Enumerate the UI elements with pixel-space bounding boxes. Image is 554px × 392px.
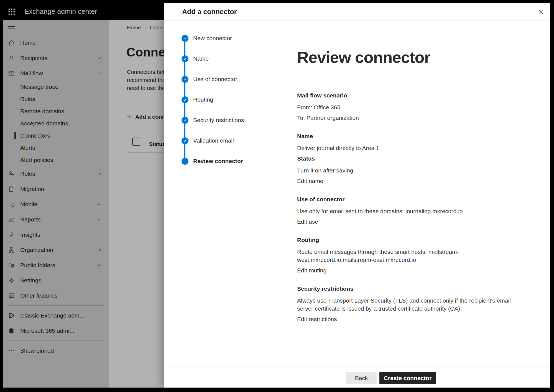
review-section: NameDeliver journal directly to Area 1St… (297, 132, 517, 185)
section-heading: Security restrictions (297, 285, 517, 293)
review-section: Use of connectorUse only for email sent … (297, 195, 517, 226)
review-content: Review connector Mail flow scenarioFrom:… (278, 21, 550, 366)
section-text: Always use Transport Layer Security (TLS… (297, 296, 517, 313)
wizard-step-label: New connector (193, 35, 232, 42)
dialog-footer: Back Create connector (164, 366, 550, 388)
completed-check-icon (182, 55, 188, 62)
wizard-step-review-connector[interactable]: Review connector (164, 151, 278, 171)
review-section: Mail flow scenarioFrom: Office 365To: Pa… (297, 91, 517, 122)
wizard-step-use-of-connector[interactable]: Use of connector (164, 69, 278, 89)
section-heading: Routing (297, 236, 517, 244)
section-heading: Mail flow scenario (297, 91, 517, 100)
review-heading: Review connector (297, 48, 517, 67)
wizard-step-label: Use of connector (193, 76, 237, 82)
dialog-title: Add a connector (182, 8, 237, 16)
wizard-step-validation-email[interactable]: Validation email (164, 130, 278, 151)
wizard-step-label: Security restrictions (193, 117, 244, 123)
wizard-step-new-connector[interactable]: New connector (164, 28, 278, 48)
current-step-dot-icon (182, 158, 188, 165)
wizard-step-label: Name (193, 55, 209, 62)
wizard-step-label: Validation email (193, 137, 234, 144)
review-section: RoutingRoute email messages through thes… (297, 236, 517, 274)
wizard-step-label: Review connector (193, 158, 243, 164)
add-connector-dialog: Add a connector New connectorNameUse of … (164, 3, 550, 388)
section-heading: Use of connector (297, 195, 517, 203)
section-text: Use only for email sent to these domains… (297, 207, 517, 215)
section-text: Turn it on after saving (297, 166, 517, 174)
section-heading: Status (297, 154, 517, 163)
completed-check-icon (182, 96, 188, 103)
section-heading: Name (297, 132, 517, 140)
wizard-steps-rail: New connectorNameUse of connectorRouting… (164, 21, 278, 388)
completed-check-icon (182, 137, 188, 144)
completed-check-icon (182, 117, 188, 124)
wizard-step-name[interactable]: Name (164, 48, 278, 69)
close-icon[interactable] (535, 6, 547, 18)
wizard-step-label: Routing (193, 96, 213, 103)
wizard-steps: New connectorNameUse of connectorRouting… (164, 21, 278, 171)
review-sections: Mail flow scenarioFrom: Office 365To: Pa… (297, 91, 517, 323)
edit-link[interactable]: Edit name (297, 177, 323, 185)
wizard-step-routing[interactable]: Routing (164, 89, 278, 110)
section-text: Deliver journal directly to Area 1 (297, 144, 517, 152)
app-window: Exchange admin center HomeRecipientsMail… (3, 3, 550, 388)
section-text: Route email messages through these smart… (297, 248, 517, 264)
review-section: Security restrictionsAlways use Transpor… (297, 285, 517, 323)
section-text: From: Office 365 (297, 103, 517, 111)
edit-link[interactable]: Edit use (297, 218, 318, 226)
edit-link[interactable]: Edit routing (297, 266, 326, 274)
wizard-step-security-restrictions[interactable]: Security restrictions (164, 110, 278, 130)
completed-check-icon (182, 35, 188, 42)
back-button[interactable]: Back (346, 372, 377, 384)
completed-check-icon (182, 76, 188, 83)
edit-link[interactable]: Edit restrictions (297, 315, 337, 323)
section-text: To: Partner organization (297, 114, 517, 122)
create-connector-button[interactable]: Create connector (379, 372, 436, 384)
dialog-header: Add a connector (164, 3, 550, 21)
